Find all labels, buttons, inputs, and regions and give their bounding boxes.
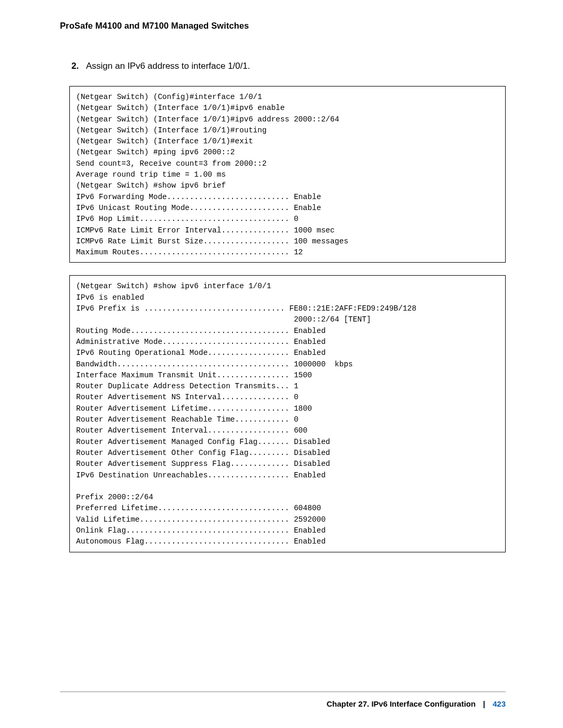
footer-chapter: Chapter 27. IPv6 Interface Configuration <box>327 699 476 708</box>
code-block-2: (Netgear Switch) #show ipv6 interface 1/… <box>69 275 506 552</box>
footer-rule <box>60 692 506 692</box>
code-block-1: (Netgear Switch) (Config)#interface 1/0/… <box>69 86 506 263</box>
footer-page-number: 423 <box>493 699 506 708</box>
document-page: ProSafe M4100 and M7100 Managed Switches… <box>0 0 563 728</box>
step-text: Assign an IPv6 address to interface 1/0/… <box>86 61 506 71</box>
footer-line: Chapter 27. IPv6 Interface Configuration… <box>60 699 506 708</box>
footer-separator: | <box>478 699 491 708</box>
step-number: 2. <box>71 61 86 71</box>
page-header-title: ProSafe M4100 and M7100 Managed Switches <box>60 21 506 31</box>
step-line: 2. Assign an IPv6 address to interface 1… <box>60 61 506 71</box>
page-footer: Chapter 27. IPv6 Interface Configuration… <box>60 692 506 708</box>
